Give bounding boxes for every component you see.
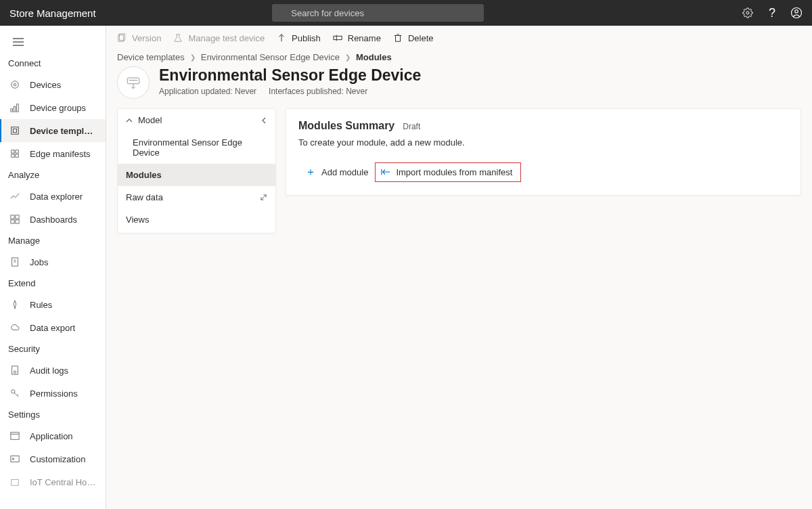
sidebar-item-permissions[interactable]: Permissions [0,382,106,405]
trash-icon [393,33,403,43]
svg-line-47 [261,195,266,200]
svg-rect-20 [16,215,19,219]
data-explorer-icon [9,191,20,202]
summary-status-badge: Draft [403,122,420,131]
sidebar-item-device-templates[interactable]: Device templates [0,119,106,142]
svg-rect-14 [13,129,16,132]
svg-rect-22 [16,220,19,223]
template-header: Environmental Sensor Edge Device Applica… [106,62,812,106]
modules-summary-panel: Modules Summary Draft To create your mod… [286,108,801,196]
command-bar: Version Manage test device Publish Renam… [106,26,812,50]
breadcrumb-root[interactable]: Device templates [117,52,185,62]
nav-section-security: Security [0,339,106,359]
svg-point-9 [14,83,16,86]
summary-title: Modules Summary [298,120,394,132]
audit-logs-icon [9,365,20,376]
breadcrumb-current: Modules [356,52,392,62]
model-tree-panel: Model Environmental Sensor Edge Device M… [117,108,276,234]
sidebar-item-rules[interactable]: Rules [0,293,106,316]
svg-rect-41 [395,36,400,42]
nav-section-manage: Manage [0,231,106,250]
devices-icon [9,79,20,90]
rename-button[interactable]: Rename [333,33,381,43]
svg-rect-16 [16,150,18,153]
top-bar: Store Management ? [0,0,812,26]
nav-section-connect: Connect [0,53,106,73]
sidebar-item-dashboards[interactable]: Dashboards [0,208,106,231]
topbar-actions: ? [742,7,803,19]
collapse-panel-icon[interactable] [261,117,267,124]
sidebar-item-data-explorer[interactable]: Data explorer [0,185,106,208]
model-panel-header[interactable]: Model [118,109,275,131]
svg-rect-21 [11,220,14,223]
svg-rect-34 [12,480,19,486]
sidebar-item-customization[interactable]: Customization [0,447,106,470]
publish-button[interactable]: Publish [277,33,321,43]
version-button[interactable]: Version [117,33,161,43]
data-export-icon [9,322,20,333]
sidebar-item-edge-manifests[interactable]: Edge manifests [0,142,106,165]
chevron-right-icon: ❯ [345,53,351,61]
rules-icon [9,299,20,310]
search-input[interactable] [272,4,484,22]
delete-button[interactable]: Delete [393,33,434,43]
svg-point-33 [12,458,14,460]
sidebar-item-iot-central-home[interactable]: IoT Central Home [0,470,106,493]
application-icon [9,430,20,441]
help-icon[interactable]: ? [766,7,778,19]
customization-icon [9,453,20,464]
chevron-right-icon: ❯ [190,53,196,61]
sidebar-item-jobs[interactable]: Jobs [0,250,106,273]
jobs-icon [9,257,20,267]
edge-manifests-icon [9,148,20,159]
svg-rect-13 [12,127,19,135]
svg-point-4 [795,10,798,14]
nav-section-extend: Extend [0,273,106,293]
svg-point-8 [12,81,19,89]
sidebar-item-device-groups[interactable]: Device groups [0,96,106,119]
svg-rect-17 [12,154,14,157]
svg-point-2 [746,12,749,14]
device-templates-icon [9,125,20,136]
svg-rect-30 [11,433,19,440]
add-module-button[interactable]: ＋ Add module [298,161,375,183]
interfaces-published-label: Interfaces published: Never [269,87,367,96]
hamburger-menu-icon[interactable] [0,35,106,53]
app-updated-label: Application updated: Never [159,87,256,96]
svg-rect-12 [17,104,19,112]
sidebar: Connect Devices Device groups Device tem… [0,26,106,509]
page-title: Environmental Sensor Edge Device [159,66,421,85]
model-item-modules[interactable]: Modules [118,164,275,186]
expand-icon[interactable] [260,194,267,201]
svg-rect-44 [127,78,139,84]
settings-gear-icon[interactable] [742,7,754,19]
import-modules-button[interactable]: Import modules from manifest [375,162,521,182]
breadcrumb: Device templates ❯ Environmental Sensor … [106,52,812,62]
breadcrumb-parent[interactable]: Environmental Sensor Edge Device [201,52,340,62]
model-item-root[interactable]: Environmental Sensor Edge Device [118,131,275,164]
account-icon[interactable] [790,7,803,19]
nav-section-settings: Settings [0,405,106,424]
svg-point-28 [14,371,16,374]
svg-rect-39 [334,36,342,39]
manage-test-device-button[interactable]: Manage test device [173,33,265,43]
svg-marker-26 [14,301,16,309]
model-item-raw-data[interactable]: Raw data [118,186,275,208]
sidebar-item-devices[interactable]: Devices [0,73,106,96]
version-icon [117,33,127,43]
home-icon [9,477,20,487]
model-item-views[interactable]: Views [118,208,275,233]
template-avatar-icon [117,66,150,99]
import-icon [381,168,390,176]
sidebar-item-audit-logs[interactable]: Audit logs [0,359,106,382]
sidebar-item-application[interactable]: Application [0,424,106,447]
nav-section-analyze: Analyze [0,165,106,185]
svg-rect-18 [16,154,18,157]
sidebar-item-data-export[interactable]: Data export [0,316,106,339]
dashboards-icon [9,214,20,225]
svg-rect-15 [12,150,14,153]
svg-rect-10 [11,109,13,112]
rename-icon [333,33,342,43]
device-groups-icon [9,102,20,113]
svg-rect-11 [14,106,16,112]
